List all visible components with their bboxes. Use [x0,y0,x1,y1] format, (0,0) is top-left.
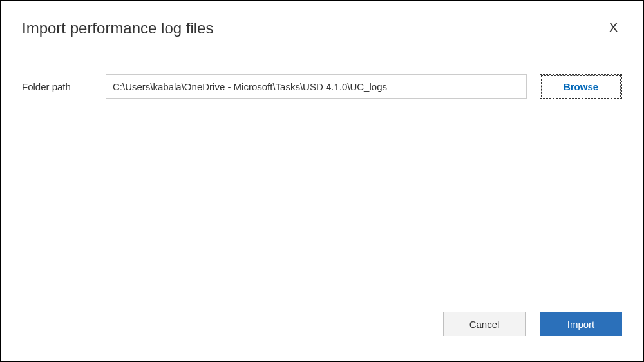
dialog-header: Import performance log files X [22,19,622,52]
browse-button[interactable]: Browse [540,74,622,99]
import-button[interactable]: Import [540,312,622,336]
dialog-title: Import performance log files [22,19,213,37]
import-dialog: Import performance log files X Folder pa… [0,0,644,362]
dialog-footer: Cancel Import [443,312,622,336]
folder-path-row: Folder path Browse [22,74,622,99]
cancel-button[interactable]: Cancel [443,312,526,336]
folder-path-label: Folder path [22,81,93,92]
close-icon[interactable]: X [605,19,622,36]
folder-path-input[interactable] [106,74,527,99]
